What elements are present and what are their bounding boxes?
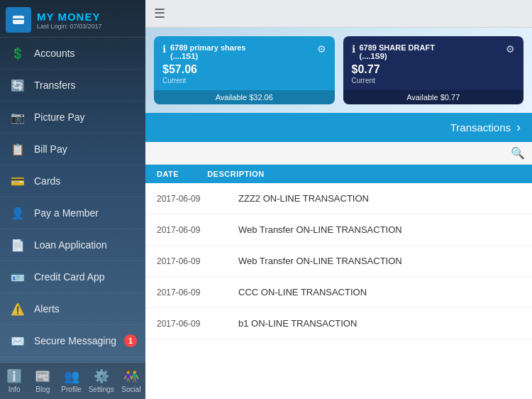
nav-label-picture-pay: Picture Pay	[34, 111, 137, 123]
tx-date-1: 2017-06-09	[157, 225, 210, 235]
sidebar-item-accounts[interactable]: 💲 Accounts	[0, 38, 145, 70]
table-row: 2017-06-09 Web Transfer ON-LINE TRANSACT…	[145, 246, 532, 277]
nav-label-transfers: Transfers	[34, 80, 137, 91]
bottom-icon-settings: ⚙️	[94, 368, 109, 384]
tx-date-0: 2017-06-09	[157, 194, 210, 204]
sidebar-item-statements[interactable]: 📒 Statements	[0, 357, 145, 362]
nav-label-secure-messaging: Secure Messaging	[34, 335, 124, 346]
draft-status: Current	[352, 77, 516, 84]
bottom-icon-profile: 👥	[64, 368, 79, 384]
primary-account-num: 6789 primary shares	[170, 43, 317, 52]
nav-label-credit-card-app: Credit Card App	[34, 271, 137, 283]
sidebar-item-loan-app[interactable]: 📄 Loan Application	[0, 229, 145, 261]
tx-date-4: 2017-06-09	[157, 319, 210, 329]
tx-desc-1: Web Transfer ON-LINE TRANSACTION	[238, 224, 521, 235]
primary-amount: $57.06	[162, 63, 326, 76]
app-title: MY MONEY	[37, 11, 102, 23]
hamburger-icon[interactable]: ☰	[154, 6, 165, 21]
tx-desc-3: CCC ON-LINE TRANSACTION	[238, 287, 521, 297]
transactions-bar[interactable]: Transactions ›	[145, 113, 532, 142]
topbar: ☰	[145, 0, 532, 28]
account-cards-area: ℹ 6789 primary shares (....1S1) ⚙ $57.06…	[145, 28, 532, 113]
bottom-label-info: Info	[9, 386, 21, 393]
nav-label-alerts: Alerts	[34, 303, 137, 315]
primary-available: Available $32.06	[154, 90, 335, 104]
app-logo	[6, 7, 31, 33]
draft-available: Available $0.77	[343, 90, 524, 104]
nav-icon-cards: 💳	[9, 172, 27, 190]
sidebar-item-pay-member[interactable]: 👤 Pay a Member	[0, 197, 145, 229]
sidebar-item-bill-pay[interactable]: 📋 Bill Pay	[0, 133, 145, 165]
bottom-item-profile[interactable]: 👥 Profile	[57, 363, 85, 399]
nav-icon-transfers: 🔄	[9, 76, 27, 94]
table-row: 2017-06-09 CCC ON-LINE TRANSACTION	[145, 277, 532, 308]
draft-account-suffix: (....1S9)	[360, 52, 506, 60]
bottom-label-settings: Settings	[89, 386, 114, 393]
bottom-icon-blog: 📰	[35, 368, 50, 384]
bottom-item-social[interactable]: 👫 Social	[117, 363, 145, 399]
nav-icon-accounts: 💲	[9, 44, 27, 62]
bottom-label-social: Social	[121, 386, 140, 393]
bottom-item-info[interactable]: ℹ️ Info	[0, 363, 28, 399]
app-title-block: MY MONEY Last Login: 07/03/2017	[37, 11, 102, 30]
sidebar-nav: 💲 Accounts 🔄 Transfers 📷 Picture Pay 📋 B…	[0, 38, 145, 362]
info-icon-draft: ℹ	[352, 43, 355, 55]
sidebar-item-secure-messaging[interactable]: ✉️ Secure Messaging 1	[0, 325, 145, 357]
sidebar-bottom: ℹ️ Info 📰 Blog 👥 Profile ⚙️ Settings 👫 S…	[0, 362, 145, 399]
bottom-label-blog: Blog	[35, 386, 50, 393]
tx-date-2: 2017-06-09	[157, 256, 210, 266]
primary-status: Current	[162, 77, 326, 84]
sidebar-item-transfers[interactable]: 🔄 Transfers	[0, 70, 145, 102]
sidebar-item-alerts[interactable]: ⚠️ Alerts	[0, 293, 145, 325]
bottom-label-profile: Profile	[61, 386, 81, 393]
card-top-draft: ℹ 6789 SHARE DRAFT (....1S9) ⚙	[352, 43, 516, 60]
gear-icon-draft[interactable]: ⚙	[506, 43, 515, 55]
nav-icon-picture-pay: 📷	[9, 108, 27, 126]
nav-icon-loan-app: 📄	[9, 236, 27, 254]
col-date: DATE	[157, 170, 179, 178]
search-icon[interactable]: 🔍	[511, 146, 525, 160]
card-top-primary: ℹ 6789 primary shares (....1S1) ⚙	[162, 43, 326, 60]
table-header: DATE DESCRIPTION	[145, 165, 532, 183]
sidebar-item-credit-card-app[interactable]: 🪪 Credit Card App	[0, 261, 145, 293]
gear-icon-primary[interactable]: ⚙	[317, 43, 326, 55]
nav-icon-alerts: ⚠️	[9, 300, 27, 318]
sidebar-header: MY MONEY Last Login: 07/03/2017	[0, 0, 145, 38]
transactions-label: Transactions	[450, 121, 511, 133]
sidebar: MY MONEY Last Login: 07/03/2017 💲 Accoun…	[0, 0, 145, 399]
svg-rect-1	[13, 18, 24, 20]
nav-icon-secure-messaging: ✉️	[9, 332, 27, 350]
table-row: 2017-06-09 ZZZ2 ON-LINE TRANSACTION	[145, 183, 532, 214]
transaction-list: 2017-06-09 ZZZ2 ON-LINE TRANSACTION 2017…	[145, 183, 532, 399]
nav-icon-credit-card-app: 🪪	[9, 268, 27, 286]
draft-account-num: 6789 SHARE DRAFT	[360, 43, 506, 52]
nav-label-pay-member: Pay a Member	[34, 207, 137, 219]
primary-account-card[interactable]: ℹ 6789 primary shares (....1S1) ⚙ $57.06…	[154, 36, 335, 104]
tx-desc-0: ZZZ2 ON-LINE TRANSACTION	[238, 193, 521, 204]
nav-label-accounts: Accounts	[34, 48, 137, 59]
bottom-item-blog[interactable]: 📰 Blog	[28, 363, 57, 399]
sidebar-item-picture-pay[interactable]: 📷 Picture Pay	[0, 102, 145, 133]
tx-desc-4: b1 ON-LINE TRANSACTION	[238, 318, 521, 329]
nav-label-bill-pay: Bill Pay	[34, 143, 137, 155]
primary-account-suffix: (....1S1)	[170, 52, 317, 60]
nav-label-loan-app: Loan Application	[34, 239, 137, 251]
bottom-item-settings[interactable]: ⚙️ Settings	[86, 363, 117, 399]
main-content: ☰ ℹ 6789 primary shares (....1S1) ⚙ $57.…	[145, 0, 532, 399]
chevron-right-icon: ›	[516, 120, 521, 135]
table-row: 2017-06-09 Web Transfer ON-LINE TRANSACT…	[145, 214, 532, 246]
nav-icon-pay-member: 👤	[9, 204, 27, 222]
last-login: Last Login: 07/03/2017	[37, 23, 102, 30]
tx-date-3: 2017-06-09	[157, 288, 210, 297]
info-icon-primary: ℹ	[162, 43, 166, 55]
sidebar-item-cards[interactable]: 💳 Cards	[0, 165, 145, 197]
bottom-icon-info: ℹ️	[6, 368, 22, 384]
bottom-icon-social: 👫	[123, 368, 139, 384]
table-row: 2017-06-09 b1 ON-LINE TRANSACTION	[145, 308, 532, 339]
nav-badge-secure-messaging: 1	[124, 334, 137, 347]
col-description: DESCRIPTION	[207, 170, 265, 178]
search-bar: 🔍	[145, 142, 532, 165]
nav-icon-bill-pay: 📋	[9, 140, 27, 158]
draft-amount: $0.77	[352, 63, 516, 76]
draft-account-card[interactable]: ℹ 6789 SHARE DRAFT (....1S9) ⚙ $0.77 Cur…	[343, 36, 524, 104]
